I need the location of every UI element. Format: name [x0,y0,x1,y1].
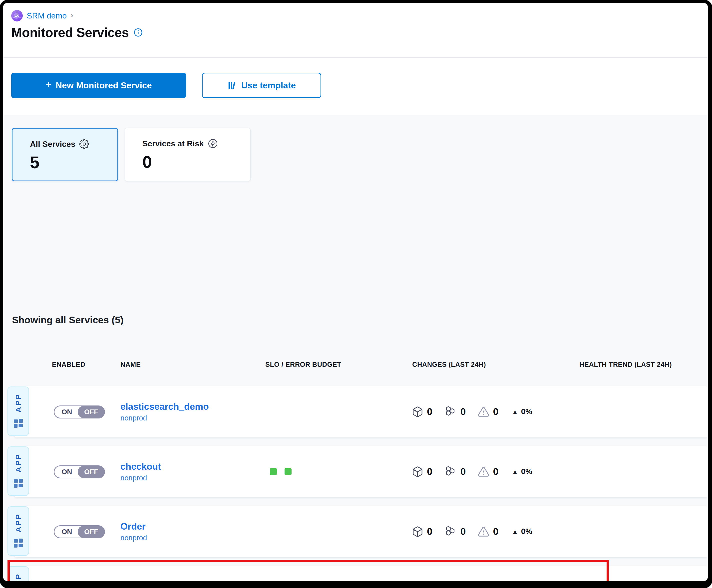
bolt-circle-icon [208,139,218,149]
app-module-badge: APP [7,386,29,436]
health-trend-value: 0% [521,527,532,536]
project-avatar [11,10,23,21]
breadcrumb: SRM demo › [11,10,73,21]
infrastructure-count: 0 [461,526,466,537]
gear-icon [79,139,89,149]
info-icon[interactable] [134,28,143,37]
all-services-label: All Services [30,140,75,149]
app-module-badge: APP [7,506,29,556]
slo-block [285,468,291,475]
service-env: nonprod [120,414,209,422]
table-header: ENABLED NAME SLO / ERROR BUDGET CHANGES … [3,361,708,371]
actions-bar: + New Monitored Service Use template [3,58,708,114]
table-row-Order[interactable]: APP ON OFF Order nonprod [15,506,707,557]
deployments-count: 0 [427,406,432,417]
alert-triangle-icon [478,526,489,538]
app-grid-icon [12,537,24,549]
hexagons-icon [444,465,457,478]
services-at-risk-count: 0 [142,152,152,171]
app-badge-label: APP [14,393,22,413]
app-grid-icon [12,417,24,429]
breadcrumb-chevron-icon: › [71,11,73,19]
toggle-off-label: OFF [78,526,105,538]
toggle-on-label: ON [55,526,79,538]
changes-cluster: 0 0 0 ▲ 0% [412,405,532,418]
package-icon [412,526,424,538]
services-at-risk-label: Services at Risk [142,139,204,148]
app-badge-label: APP [14,513,22,532]
app-module-badge: APP [7,446,29,496]
table-row-checkout[interactable]: APP ON OFF checkout nonprod [15,446,707,497]
trend-up-icon: ▲ [512,408,518,416]
service-name-block: checkout nonprod [120,461,161,482]
column-enabled: ENABLED [52,361,85,369]
enabled-toggle[interactable]: ON OFF [54,465,105,478]
package-icon [412,406,424,418]
column-slo-error-budget: SLO / ERROR BUDGET [265,361,341,369]
incidents-count: 0 [493,466,499,477]
toggle-on-label: ON [55,466,79,478]
all-services-card[interactable]: All Services 5 [12,128,118,181]
changes-cluster: 0 0 0 ▲ 0% [412,465,532,478]
service-env: nonprod [120,474,161,482]
deployments-count: 0 [427,466,432,477]
all-services-count: 5 [30,152,39,172]
app-badge-label: APP [14,573,22,581]
toggle-off-label: OFF [78,406,105,418]
services-at-risk-card[interactable]: Services at Risk 0 [125,128,250,181]
service-name-link[interactable]: Order [120,521,147,532]
service-name-block: Order nonprod [120,521,147,542]
health-trend-value: 0% [521,467,532,476]
template-library-icon [227,81,237,90]
toggle-off-label: OFF [78,466,105,478]
plus-icon: + [45,79,52,91]
deployments-count: 0 [427,526,432,537]
use-template-button[interactable]: Use template [202,73,321,98]
hexagons-icon [444,525,457,538]
service-name-link[interactable]: checkout [120,461,161,472]
trend-up-icon: ▲ [512,528,518,535]
column-changes: CHANGES (LAST 24H) [412,361,486,369]
use-template-label: Use template [241,80,296,90]
app-grid-icon [12,477,24,489]
new-monitored-service-button[interactable]: + New Monitored Service [11,73,186,98]
incidents-count: 0 [493,526,499,537]
app-module-badge: APP [7,566,29,581]
list-heading: Showing all Services (5) [12,315,123,326]
enabled-toggle[interactable]: ON OFF [54,405,105,418]
alert-triangle-icon [478,406,489,418]
infrastructure-count: 0 [461,406,466,417]
srm-avatar-icon [11,10,23,21]
service-name-link[interactable]: elasticsearch_demo [120,401,209,412]
incidents-count: 0 [493,406,499,417]
monitored-services-page: SRM demo › Monitored Services + New Moni… [3,3,708,581]
service-name-block: elasticsearch_demo nonprod [120,401,209,422]
slo-block [270,468,277,475]
breadcrumb-project-link[interactable]: SRM demo [27,11,67,20]
hexagons-icon [444,405,457,418]
app-badge-label: APP [14,453,22,472]
table-row-sample_service[interactable]: APP ON OFF sample_service nonprod [15,566,707,581]
package-icon [412,466,424,478]
service-env: nonprod [120,534,147,542]
page-title: Monitored Services [11,25,129,40]
column-health-trend: HEALTH TREND (LAST 24H) [579,361,672,369]
changes-cluster: 0 0 0 ▲ 0% [412,525,532,538]
page-header: SRM demo › Monitored Services [3,3,708,58]
new-monitored-service-label: New Monitored Service [56,80,152,90]
table-row-elasticsearch_demo[interactable]: APP ON OFF elasticsearch_demo nonprod [15,386,707,437]
toggle-on-label: ON [55,406,79,418]
content-area: All Services 5 Services at Risk 0 Showin… [3,115,708,581]
trend-up-icon: ▲ [512,468,518,476]
health-trend-value: 0% [521,407,532,416]
enabled-toggle[interactable]: ON OFF [54,525,105,538]
slo-error-budget-blocks [270,468,291,475]
column-name: NAME [120,361,141,369]
infrastructure-count: 0 [461,466,466,477]
screenshot-frame: SRM demo › Monitored Services + New Moni… [0,0,712,588]
alert-triangle-icon [478,466,489,478]
